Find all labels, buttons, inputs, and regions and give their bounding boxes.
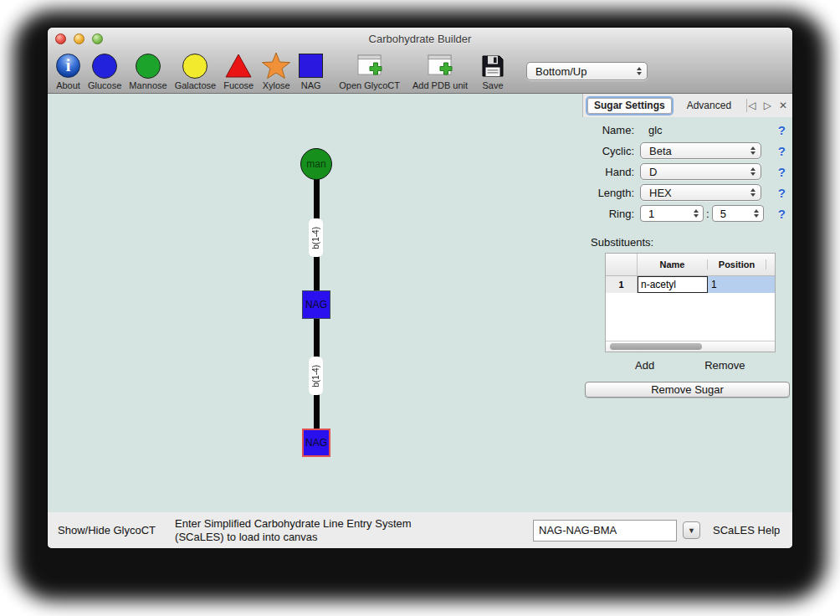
- substituent-position-cell[interactable]: 1: [708, 276, 775, 293]
- substituents-table-header: Name Position: [606, 254, 775, 276]
- tab-divider: [746, 99, 747, 112]
- save-floppy-icon: [480, 54, 505, 79]
- bond-label-2[interactable]: b(1-4): [309, 357, 323, 395]
- yellow-circle-icon: [182, 54, 207, 79]
- app-window: Carbohydrate Builder i About Glucose Man…: [48, 28, 792, 548]
- ring-start-stepper[interactable]: 1: [640, 205, 704, 222]
- tool-label: NAG: [301, 80, 321, 90]
- title-bar[interactable]: Carbohydrate Builder: [48, 28, 792, 49]
- info-icon: i: [56, 54, 80, 78]
- tool-label: Galactose: [175, 80, 217, 90]
- tool-label: Mannose: [129, 80, 166, 90]
- substituent-name-cell[interactable]: n-acetyl: [638, 276, 708, 293]
- ring-help-icon[interactable]: ?: [778, 207, 786, 221]
- scrollbar-thumb[interactable]: [610, 343, 702, 350]
- sugar-settings-panel: Sugar Settings Advanced ◁ ▷ ✕ Name: glc …: [582, 94, 792, 512]
- ring-field-row: Ring: 1 : 5 ?: [582, 205, 786, 222]
- panel-tab-bar: Sugar Settings Advanced ◁ ▷ ✕: [582, 94, 792, 117]
- add-document-plus-icon: [425, 54, 455, 79]
- open-glycoct-button[interactable]: Open GlycoCT: [339, 52, 400, 90]
- sugar-node-label: NAG: [305, 299, 327, 311]
- tab-prev-icon[interactable]: ◁: [748, 100, 755, 111]
- tool-label: Save: [482, 80, 503, 90]
- scales-description: Enter Simplified Carbohydrate Line Entry…: [175, 517, 451, 544]
- bottom-bar: Show/Hide GlycoCT Enter Simplified Carbo…: [48, 512, 792, 548]
- sugar-node-man[interactable]: man: [300, 148, 332, 180]
- open-document-plus-icon: [355, 54, 385, 79]
- substituents-table: Name Position 1 n-acetyl 1: [605, 253, 776, 352]
- tool-label: Add PDB unit: [412, 80, 468, 90]
- name-help-icon[interactable]: ?: [778, 123, 786, 137]
- glucose-button[interactable]: Glucose: [88, 52, 121, 90]
- popup-stepper-icon: [750, 188, 755, 197]
- scales-input[interactable]: [533, 520, 677, 542]
- fucose-button[interactable]: Fucose: [223, 52, 254, 90]
- orange-star-icon: [261, 52, 291, 80]
- length-help-icon[interactable]: ?: [778, 186, 786, 200]
- blue-square-icon: [299, 54, 323, 78]
- hand-select[interactable]: D: [640, 163, 761, 180]
- ring-end-stepper[interactable]: 5: [712, 205, 764, 222]
- glycan-canvas[interactable]: man b(1-4) NAG b(1-4) NAG: [48, 94, 582, 512]
- tool-label: Open GlycoCT: [339, 80, 400, 90]
- name-label: Name:: [582, 124, 634, 136]
- popup-stepper-icon: [637, 67, 642, 75]
- orientation-select-value: Bottom/Up: [535, 65, 630, 78]
- hand-field-row: Hand: D ?: [582, 163, 786, 180]
- tool-label: Glucose: [88, 80, 121, 90]
- toolbar: i About Glucose Mannose Galactose Fucose: [48, 49, 792, 94]
- name-value: glc: [648, 124, 663, 136]
- panel-close-icon[interactable]: ✕: [779, 100, 787, 111]
- hand-label: Hand:: [582, 166, 634, 178]
- nag-button[interactable]: NAG: [299, 52, 323, 90]
- scales-help-link[interactable]: SCaLES Help: [713, 524, 780, 536]
- index-column-header: [606, 254, 638, 275]
- tab-sugar-settings[interactable]: Sugar Settings: [587, 98, 672, 114]
- bond-label-1[interactable]: b(1-4): [309, 218, 323, 257]
- cyclic-help-icon[interactable]: ?: [778, 144, 786, 158]
- add-substituent-button[interactable]: Add: [635, 359, 654, 372]
- mannose-button[interactable]: Mannose: [129, 52, 166, 90]
- save-button[interactable]: Save: [480, 52, 505, 90]
- stepper-arrows-icon: [754, 209, 759, 218]
- name-column-header: Name: [638, 259, 708, 270]
- sugar-node-nag-2-selected[interactable]: NAG: [302, 429, 330, 457]
- hand-help-icon[interactable]: ?: [778, 165, 786, 179]
- green-circle-icon: [136, 54, 161, 79]
- substituents-label: Substituents:: [591, 236, 792, 249]
- table-row[interactable]: 1 n-acetyl 1: [606, 276, 775, 293]
- cyclic-field-row: Cyclic: Beta ?: [582, 142, 786, 159]
- table-horizontal-scrollbar[interactable]: [606, 341, 775, 352]
- cyclic-label: Cyclic:: [582, 145, 634, 157]
- stepper-arrows-icon: [694, 209, 699, 218]
- length-label: Length:: [582, 187, 634, 199]
- popup-stepper-icon: [750, 167, 755, 176]
- scales-history-dropdown-button[interactable]: ▼: [683, 521, 700, 539]
- position-column-header: Position: [708, 259, 766, 270]
- tool-label: About: [56, 80, 80, 90]
- window-title: Carbohydrate Builder: [48, 33, 792, 45]
- popup-stepper-icon: [750, 146, 755, 155]
- tool-label: Xylose: [263, 80, 290, 90]
- about-button[interactable]: i About: [56, 52, 80, 90]
- length-select[interactable]: HEX: [640, 184, 761, 201]
- show-hide-glycoct-button[interactable]: Show/Hide GlycoCT: [58, 524, 156, 536]
- length-field-row: Length: HEX ?: [582, 184, 786, 201]
- sugar-node-nag-1[interactable]: NAG: [302, 290, 330, 319]
- row-index-cell: 1: [606, 276, 638, 293]
- add-pdb-unit-button[interactable]: Add PDB unit: [412, 52, 468, 90]
- cyclic-select[interactable]: Beta: [640, 142, 761, 159]
- blue-circle-icon: [92, 54, 117, 79]
- remove-sugar-button[interactable]: Remove Sugar: [585, 382, 790, 398]
- galactose-button[interactable]: Galactose: [175, 52, 217, 90]
- sugar-node-label: man: [306, 158, 325, 170]
- tool-label: Fucose: [223, 80, 254, 90]
- ring-separator: :: [706, 208, 709, 220]
- xylose-button[interactable]: Xylose: [261, 52, 291, 90]
- tab-next-icon[interactable]: ▷: [764, 100, 771, 111]
- name-field-row: Name: glc ?: [582, 121, 786, 138]
- remove-substituent-button[interactable]: Remove: [704, 359, 745, 372]
- table-empty-area: [606, 293, 775, 341]
- tab-advanced[interactable]: Advanced: [680, 98, 738, 114]
- orientation-select[interactable]: Bottom/Up: [526, 62, 648, 80]
